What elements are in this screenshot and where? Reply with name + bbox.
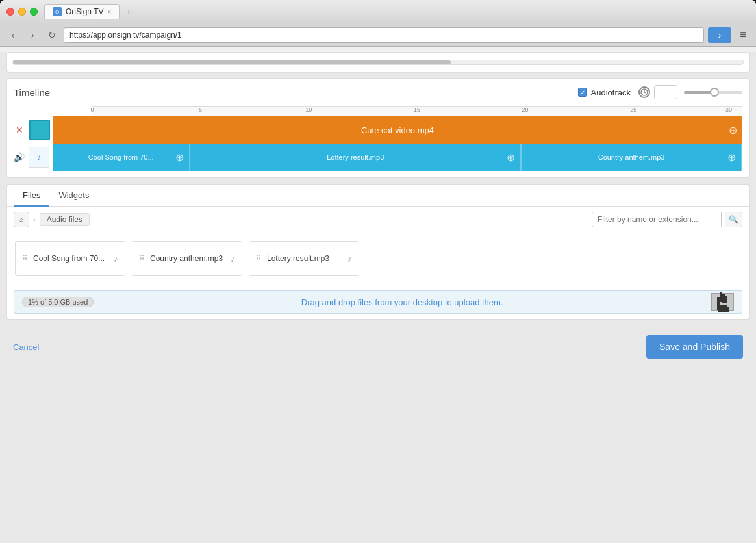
video-expand-icon[interactable]: ⊕ <box>729 124 737 136</box>
active-tab[interactable]: O OnSign TV × <box>44 4 120 19</box>
svg-rect-3 <box>720 292 722 302</box>
audio-bar-2[interactable]: Lottery result.mp3 ⊕ <box>190 144 522 171</box>
ruler-mark-10: 10 <box>305 107 312 113</box>
go-button[interactable]: › <box>708 27 731 43</box>
audiotrack-control[interactable]: ✓ Audiotrack <box>578 88 631 97</box>
file-drag-handle-3: ⠿ <box>256 254 262 263</box>
video-track: ✕ Cute cat video.mp4 ⊕ <box>14 116 742 144</box>
file-audio-icon-1: ♪ <box>114 253 118 264</box>
audio-bar-3-expand-icon[interactable]: ⊕ <box>727 151 736 164</box>
svg-rect-6 <box>717 297 720 305</box>
close-button[interactable] <box>6 8 14 16</box>
tab-title: OnSign TV <box>66 7 103 16</box>
file-audio-icon-3: ♪ <box>347 253 352 264</box>
ruler-mark-0: 0 <box>90 107 94 113</box>
title-bar: O OnSign TV × + <box>0 0 756 23</box>
video-track-thumbnail <box>29 120 50 140</box>
cancel-link[interactable]: Cancel <box>13 342 39 352</box>
file-drag-handle-1: ⠿ <box>22 254 28 263</box>
browser-menu-button[interactable]: ≡ <box>735 27 751 43</box>
svg-rect-4 <box>722 294 725 303</box>
upload-icon <box>711 293 734 311</box>
svg-rect-5 <box>725 296 727 303</box>
ruler-mark-5: 5 <box>199 107 202 113</box>
file-audio-icon-2: ♪ <box>231 253 235 264</box>
file-drag-handle-2: ⠿ <box>139 254 145 263</box>
files-section: Files Widgets ⌂ › Audio files 🔍 ⠿ Cool S… <box>6 184 750 320</box>
volume-icon: 🔊 <box>14 152 25 162</box>
maximize-button[interactable] <box>30 8 38 16</box>
filter-input[interactable] <box>592 212 722 227</box>
file-name-1: Cool Song from 70... <box>33 254 108 263</box>
audio-track: 🔊 ♪ Cool Song from 70... ⊕ Lottery resul… <box>14 144 742 171</box>
tab-widgets[interactable]: Widgets <box>49 185 98 207</box>
duration-input[interactable]: 30 <box>654 85 677 99</box>
timeline-ruler-row: 0 5 10 15 20 25 30 <box>14 106 742 116</box>
scroll-track[interactable] <box>12 60 744 65</box>
audio-bar-2-label: Lottery result.mp3 <box>327 153 384 161</box>
new-tab-button[interactable]: + <box>122 5 135 18</box>
svg-line-2 <box>644 92 646 93</box>
file-item-3[interactable]: ⠿ Lottery result.mp3 ♪ <box>249 241 359 276</box>
page-footer: Cancel Save and Publish <box>6 326 750 368</box>
file-grid: ⠿ Cool Song from 70... ♪ ⠿ Country anthe… <box>7 233 749 285</box>
audiotrack-label-text: Audiotrack <box>591 88 631 97</box>
audio-bar-1-label: Cool Song from 70... <box>88 153 154 161</box>
breadcrumb-separator: › <box>33 216 36 223</box>
breadcrumb-folder[interactable]: Audio files <box>40 213 90 226</box>
tab-bar: O OnSign TV × + <box>44 4 750 19</box>
storage-badge: 1% of 5.0 GB used <box>22 297 94 307</box>
files-tabs: Files Widgets <box>7 185 749 207</box>
forward-button[interactable]: › <box>25 27 40 43</box>
audio-bar-3[interactable]: Country anthem.mp3 ⊕ <box>522 144 742 171</box>
refresh-button[interactable]: ↻ <box>44 27 60 43</box>
file-name-2: Country anthem.mp3 <box>150 254 225 263</box>
slider-control[interactable] <box>684 91 742 94</box>
audio-track-thumbnail: ♪ <box>29 147 49 168</box>
tab-files[interactable]: Files <box>14 185 49 207</box>
upload-area[interactable]: 1% of 5.0 GB used Drag and drop files fr… <box>14 290 742 314</box>
audio-bar-2-expand-icon[interactable]: ⊕ <box>507 151 515 164</box>
duration-control: 30 <box>638 85 677 99</box>
address-bar[interactable]: https://app.onsign.tv/campaign/1 <box>64 27 704 43</box>
video-bar[interactable]: Cute cat video.mp4 ⊕ <box>53 116 742 144</box>
address-bar-row: ‹ › ↻ https://app.onsign.tv/campaign/1 ›… <box>0 23 756 47</box>
video-track-delete-button[interactable]: ✕ <box>14 124 25 136</box>
timeline-header: Timeline ✓ Audiotrack 30 <box>14 85 742 99</box>
audio-track-controls: 🔊 ♪ <box>14 147 53 168</box>
search-button[interactable]: 🔍 <box>725 212 742 227</box>
clock-icon <box>638 86 650 98</box>
files-toolbar: ⌂ › Audio files 🔍 <box>7 207 749 233</box>
files-home-button[interactable]: ⌂ <box>14 212 29 227</box>
upload-text: Drag and drop files from your desktop to… <box>99 297 705 307</box>
audiotrack-checkbox[interactable]: ✓ <box>578 88 587 97</box>
tab-favicon: O <box>53 7 62 16</box>
traffic-lights <box>6 8 38 16</box>
timeline-title: Timeline <box>14 87 578 98</box>
back-button[interactable]: ‹ <box>5 27 21 43</box>
save-publish-button[interactable]: Save and Publish <box>646 335 743 359</box>
video-track-controls: ✕ <box>14 120 53 140</box>
audio-track-content: Cool Song from 70... ⊕ Lottery result.mp… <box>53 144 742 171</box>
svg-rect-7 <box>717 305 727 307</box>
minimize-button[interactable] <box>18 8 26 16</box>
ruler-mark-30: 30 <box>725 107 732 113</box>
file-item-1[interactable]: ⠿ Cool Song from 70... ♪ <box>15 241 125 276</box>
video-bar-label: Cute cat video.mp4 <box>361 125 434 135</box>
tab-close-icon[interactable]: × <box>107 8 111 16</box>
video-track-content[interactable]: Cute cat video.mp4 ⊕ <box>53 116 742 144</box>
scroll-area <box>6 52 750 73</box>
file-item-2[interactable]: ⠿ Country anthem.mp3 ♪ <box>132 241 242 276</box>
ruler-mark-25: 25 <box>630 107 636 113</box>
scroll-thumb <box>13 60 451 64</box>
ruler-mark-20: 20 <box>522 107 529 113</box>
slider-thumb[interactable] <box>710 88 719 97</box>
page-content: Timeline ✓ Audiotrack 30 <box>0 52 756 543</box>
audio-track-bars: Cool Song from 70... ⊕ Lottery result.mp… <box>53 144 742 171</box>
audio-bar-1-expand-icon[interactable]: ⊕ <box>175 151 184 164</box>
timeline-ruler: 0 5 10 15 20 25 30 <box>92 106 742 116</box>
slider-track <box>684 91 742 94</box>
svg-rect-9 <box>718 310 729 312</box>
audio-bar-3-label: Country anthem.mp3 <box>598 153 665 161</box>
audio-bar-1[interactable]: Cool Song from 70... ⊕ <box>53 144 190 171</box>
